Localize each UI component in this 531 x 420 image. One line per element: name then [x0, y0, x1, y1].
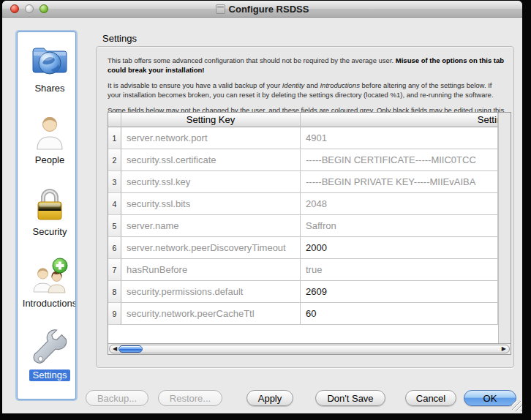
setting-key-cell[interactable]: security.network.peerCacheTtl — [121, 303, 301, 325]
table-row: 2 security.ssl.certificate -----BEGIN CE… — [108, 149, 498, 171]
row-number: 9 — [108, 303, 121, 325]
setting-key-cell[interactable]: hasRunBefore — [121, 259, 301, 281]
setting-value-cell[interactable]: 2000 — [301, 237, 498, 259]
settings-group: This tab offers some advanced configurat… — [96, 46, 514, 368]
table-row: 4 security.ssl.bits 2048 — [108, 193, 498, 215]
setting-value-cell[interactable]: -----BEGIN CERTIFICATE-----MIIC0TCC — [301, 149, 498, 171]
settings-table: Setting Key Setting Value 1 server.netwo… — [108, 112, 511, 355]
setting-value-cell[interactable]: 2609 — [301, 281, 498, 303]
sidebar-item-label: People — [35, 154, 64, 166]
setting-key-cell[interactable]: server.network.peerDiscoveryTimeout — [121, 237, 301, 259]
sidebar-item-people[interactable]: People — [31, 113, 69, 166]
setting-value-cell[interactable]: true — [301, 259, 498, 281]
wrench-icon — [31, 329, 69, 367]
horizontal-scrollbar-thumb[interactable] — [118, 345, 143, 353]
setting-value-cell[interactable]: 2048 — [301, 193, 498, 215]
person-icon — [31, 113, 69, 151]
sidebar-item-settings[interactable]: Settings — [29, 329, 71, 381]
horizontal-scrollbar[interactable]: ◀ ▶ — [108, 343, 511, 354]
title-bar[interactable]: Configure RSDSS — [2, 1, 522, 18]
sidebar-item-label: Shares — [34, 83, 64, 94]
row-number: 7 — [108, 259, 121, 281]
row-number: 8 — [108, 281, 121, 303]
table-header-row: Setting Key Setting Value — [108, 113, 498, 127]
sidebar-item-label: Security — [33, 226, 67, 238]
scroll-right-arrow-icon[interactable]: ▶ — [502, 345, 506, 353]
sidebar-item-label: Settings — [29, 370, 71, 381]
cancel-button[interactable]: Cancel — [405, 390, 456, 406]
row-number: 4 — [108, 193, 121, 215]
setting-value-cell[interactable]: -----BEGIN PRIVATE KEY-----MIIEvAIBA — [301, 171, 498, 193]
table-row: 6 server.network.peerDiscoveryTimeout 20… — [108, 237, 498, 259]
dont-save-button[interactable]: Don't Save — [315, 390, 385, 406]
table-grid: Setting Key Setting Value 1 server.netwo… — [108, 113, 498, 343]
backup-button[interactable]: Backup... — [86, 390, 148, 406]
sidebar-item-label: Introductions — [23, 298, 76, 310]
sidebar-item-introductions[interactable]: Introductions — [23, 257, 76, 310]
horizontal-scrollbar-track[interactable]: ◀ ▶ — [109, 345, 510, 353]
setting-key-column-header[interactable]: Setting Key — [121, 113, 301, 127]
setting-value-cell[interactable]: 60 — [301, 303, 498, 325]
window-title: Configure RSDSS — [229, 4, 309, 15]
sidebar-item-security[interactable]: Security — [31, 185, 69, 238]
warning-paragraph: This tab offers some advanced configurat… — [108, 56, 506, 75]
sidebar-item-shares[interactable]: Shares — [31, 42, 69, 94]
setting-key-cell[interactable]: security.permissions.default — [121, 281, 301, 303]
setting-key-cell[interactable]: security.ssl.bits — [121, 193, 301, 215]
window-proxy-icon — [216, 4, 225, 14]
category-list[interactable]: Shares People — [17, 31, 76, 400]
row-number-header[interactable] — [108, 113, 121, 127]
people-add-icon — [31, 257, 69, 295]
row-number: 3 — [108, 171, 121, 193]
shares-folder-globe-icon — [31, 42, 69, 80]
restore-button[interactable]: Restore... — [158, 390, 222, 406]
settings-group-label: Settings — [102, 33, 137, 44]
apply-button[interactable]: Apply — [246, 390, 293, 406]
vertical-scrollbar-track[interactable] — [498, 113, 511, 343]
setting-key-cell[interactable]: server.network.port — [121, 127, 301, 149]
configure-rsdss-window: Configure RSDSS — [2, 1, 522, 413]
table-row: 7 hasRunBefore true — [108, 259, 498, 281]
setting-value-cell[interactable]: Saffron — [301, 215, 498, 237]
row-number: 2 — [108, 149, 121, 171]
table-row: 5 server.name Saffron — [108, 215, 498, 237]
setting-key-cell[interactable]: security.ssl.key — [121, 171, 301, 193]
table-row: 9 security.network.peerCacheTtl 60 — [108, 303, 498, 325]
ok-button[interactable]: OK — [464, 390, 516, 406]
title-area: Configure RSDSS — [2, 1, 522, 17]
setting-value-cell[interactable]: 4901 — [301, 127, 498, 149]
table-row: 8 security.permissions.default 2609 — [108, 281, 498, 303]
setting-value-column-header[interactable]: Setting Value — [301, 113, 498, 127]
row-number: 6 — [108, 237, 121, 259]
scroll-left-arrow-icon[interactable]: ◀ — [113, 345, 117, 353]
padlock-icon — [31, 185, 69, 223]
table-row: 3 security.ssl.key -----BEGIN PRIVATE KE… — [108, 171, 498, 193]
row-number: 1 — [108, 127, 121, 149]
resize-grip[interactable] — [512, 401, 522, 411]
row-number: 5 — [108, 215, 121, 237]
table-row: 1 server.network.port 4901 — [108, 127, 498, 149]
screen: Configure RSDSS — [0, 0, 531, 420]
setting-key-cell[interactable]: security.ssl.certificate — [121, 149, 301, 171]
setting-key-cell[interactable]: server.name — [121, 215, 301, 237]
advice-paragraph: It is advisable to ensure you have a val… — [108, 81, 506, 100]
